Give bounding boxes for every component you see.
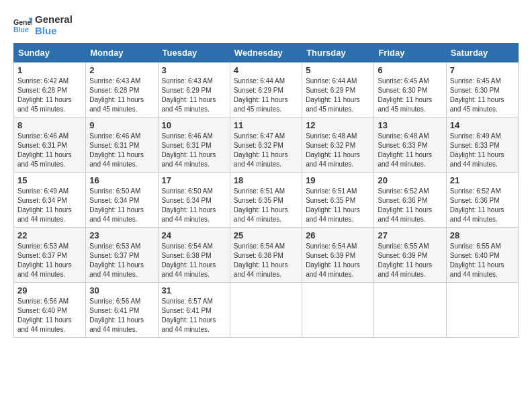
- day-number: 25: [234, 230, 298, 240]
- day-number: 13: [378, 120, 442, 130]
- calendar-cell: 22Sunrise: 6:53 AMSunset: 6:37 PMDayligh…: [14, 228, 86, 283]
- day-info: Sunrise: 6:56 AMSunset: 6:41 PMDaylight:…: [89, 297, 154, 334]
- day-info: Sunrise: 6:51 AMSunset: 6:35 PMDaylight:…: [234, 187, 298, 224]
- day-number: 24: [162, 230, 226, 240]
- day-info: Sunrise: 6:54 AMSunset: 6:38 PMDaylight:…: [234, 242, 298, 279]
- day-number: 31: [162, 285, 226, 295]
- calendar-cell: 5Sunrise: 6:44 AMSunset: 6:29 PMDaylight…: [302, 62, 374, 118]
- calendar-week-row: 15Sunrise: 6:49 AMSunset: 6:34 PMDayligh…: [14, 173, 519, 228]
- calendar-cell: [230, 283, 302, 338]
- logo-icon: General Blue: [13, 15, 32, 34]
- day-info: Sunrise: 6:53 AMSunset: 6:37 PMDaylight:…: [17, 242, 82, 279]
- calendar-cell: 27Sunrise: 6:55 AMSunset: 6:39 PMDayligh…: [374, 228, 446, 283]
- calendar-cell: [446, 283, 518, 338]
- day-number: 1: [17, 65, 82, 75]
- calendar-cell: 17Sunrise: 6:50 AMSunset: 6:34 PMDayligh…: [158, 173, 230, 228]
- day-number: 21: [450, 175, 515, 185]
- day-info: Sunrise: 6:44 AMSunset: 6:29 PMDaylight:…: [306, 77, 370, 114]
- calendar-cell: 13Sunrise: 6:48 AMSunset: 6:33 PMDayligh…: [374, 118, 446, 173]
- calendar-cell: [302, 283, 374, 338]
- day-info: Sunrise: 6:47 AMSunset: 6:32 PMDaylight:…: [234, 132, 298, 169]
- header-wednesday: Wednesday: [230, 44, 302, 62]
- day-info: Sunrise: 6:43 AMSunset: 6:29 PMDaylight:…: [162, 77, 226, 114]
- header-friday: Friday: [374, 44, 446, 62]
- day-info: Sunrise: 6:46 AMSunset: 6:31 PMDaylight:…: [89, 132, 154, 169]
- day-info: Sunrise: 6:43 AMSunset: 6:28 PMDaylight:…: [89, 77, 154, 114]
- day-info: Sunrise: 6:46 AMSunset: 6:31 PMDaylight:…: [17, 132, 82, 169]
- calendar-week-row: 8Sunrise: 6:46 AMSunset: 6:31 PMDaylight…: [14, 118, 519, 173]
- logo-text: General Blue: [35, 13, 73, 36]
- header-sunday: Sunday: [14, 44, 86, 62]
- calendar-cell: 20Sunrise: 6:52 AMSunset: 6:36 PMDayligh…: [374, 173, 446, 228]
- day-info: Sunrise: 6:53 AMSunset: 6:37 PMDaylight:…: [89, 242, 154, 279]
- calendar-week-row: 1Sunrise: 6:42 AMSunset: 6:28 PMDaylight…: [14, 62, 519, 118]
- svg-text:Blue: Blue: [13, 26, 29, 34]
- day-info: Sunrise: 6:55 AMSunset: 6:40 PMDaylight:…: [450, 242, 515, 279]
- calendar-cell: 23Sunrise: 6:53 AMSunset: 6:37 PMDayligh…: [86, 228, 158, 283]
- day-number: 10: [162, 120, 226, 130]
- day-number: 17: [162, 175, 226, 185]
- day-number: 11: [234, 120, 298, 130]
- day-number: 23: [89, 230, 154, 240]
- calendar-cell: 9Sunrise: 6:46 AMSunset: 6:31 PMDaylight…: [86, 118, 158, 173]
- day-number: 18: [234, 175, 298, 185]
- day-info: Sunrise: 6:42 AMSunset: 6:28 PMDaylight:…: [17, 77, 82, 114]
- calendar-cell: 4Sunrise: 6:44 AMSunset: 6:29 PMDaylight…: [230, 62, 302, 118]
- day-number: 22: [17, 230, 82, 240]
- day-number: 29: [17, 285, 82, 295]
- day-number: 27: [378, 230, 442, 240]
- header-tuesday: Tuesday: [158, 44, 230, 62]
- day-number: 20: [378, 175, 442, 185]
- day-number: 2: [89, 65, 154, 75]
- day-number: 19: [306, 175, 370, 185]
- calendar-cell: 29Sunrise: 6:56 AMSunset: 6:40 PMDayligh…: [14, 283, 86, 338]
- day-info: Sunrise: 6:44 AMSunset: 6:29 PMDaylight:…: [234, 77, 298, 114]
- calendar-cell: 31Sunrise: 6:57 AMSunset: 6:41 PMDayligh…: [158, 283, 230, 338]
- day-number: 14: [450, 120, 515, 130]
- calendar-cell: [374, 283, 446, 338]
- day-number: 6: [378, 65, 442, 75]
- day-info: Sunrise: 6:54 AMSunset: 6:39 PMDaylight:…: [306, 242, 370, 279]
- day-info: Sunrise: 6:52 AMSunset: 6:36 PMDaylight:…: [450, 187, 515, 224]
- day-info: Sunrise: 6:49 AMSunset: 6:33 PMDaylight:…: [450, 132, 515, 169]
- days-header-row: Sunday Monday Tuesday Wednesday Thursday…: [14, 44, 519, 62]
- day-number: 26: [306, 230, 370, 240]
- day-number: 3: [162, 65, 226, 75]
- day-info: Sunrise: 6:46 AMSunset: 6:31 PMDaylight:…: [162, 132, 226, 169]
- header-saturday: Saturday: [446, 44, 518, 62]
- calendar-table: Sunday Monday Tuesday Wednesday Thursday…: [13, 43, 519, 338]
- calendar-cell: 30Sunrise: 6:56 AMSunset: 6:41 PMDayligh…: [86, 283, 158, 338]
- calendar-week-row: 29Sunrise: 6:56 AMSunset: 6:40 PMDayligh…: [14, 283, 519, 338]
- day-number: 16: [89, 175, 154, 185]
- day-info: Sunrise: 6:52 AMSunset: 6:36 PMDaylight:…: [378, 187, 442, 224]
- day-number: 30: [89, 285, 154, 295]
- calendar-cell: 10Sunrise: 6:46 AMSunset: 6:31 PMDayligh…: [158, 118, 230, 173]
- day-info: Sunrise: 6:48 AMSunset: 6:32 PMDaylight:…: [306, 132, 370, 169]
- calendar-cell: 26Sunrise: 6:54 AMSunset: 6:39 PMDayligh…: [302, 228, 374, 283]
- calendar-cell: 2Sunrise: 6:43 AMSunset: 6:28 PMDaylight…: [86, 62, 158, 118]
- day-number: 15: [17, 175, 82, 185]
- day-number: 12: [306, 120, 370, 130]
- day-info: Sunrise: 6:45 AMSunset: 6:30 PMDaylight:…: [378, 77, 442, 114]
- calendar-cell: 18Sunrise: 6:51 AMSunset: 6:35 PMDayligh…: [230, 173, 302, 228]
- calendar-body: 1Sunrise: 6:42 AMSunset: 6:28 PMDaylight…: [14, 62, 519, 338]
- calendar-cell: 6Sunrise: 6:45 AMSunset: 6:30 PMDaylight…: [374, 62, 446, 118]
- calendar-cell: 21Sunrise: 6:52 AMSunset: 6:36 PMDayligh…: [446, 173, 518, 228]
- day-info: Sunrise: 6:54 AMSunset: 6:38 PMDaylight:…: [162, 242, 226, 279]
- calendar-cell: 16Sunrise: 6:50 AMSunset: 6:34 PMDayligh…: [86, 173, 158, 228]
- day-info: Sunrise: 6:50 AMSunset: 6:34 PMDaylight:…: [162, 187, 226, 224]
- calendar-cell: 3Sunrise: 6:43 AMSunset: 6:29 PMDaylight…: [158, 62, 230, 118]
- calendar-cell: 25Sunrise: 6:54 AMSunset: 6:38 PMDayligh…: [230, 228, 302, 283]
- calendar-cell: 19Sunrise: 6:51 AMSunset: 6:35 PMDayligh…: [302, 173, 374, 228]
- header-monday: Monday: [86, 44, 158, 62]
- calendar-cell: 14Sunrise: 6:49 AMSunset: 6:33 PMDayligh…: [446, 118, 518, 173]
- calendar-cell: 8Sunrise: 6:46 AMSunset: 6:31 PMDaylight…: [14, 118, 86, 173]
- calendar-cell: 28Sunrise: 6:55 AMSunset: 6:40 PMDayligh…: [446, 228, 518, 283]
- day-info: Sunrise: 6:55 AMSunset: 6:39 PMDaylight:…: [378, 242, 442, 279]
- day-number: 9: [89, 120, 154, 130]
- day-info: Sunrise: 6:45 AMSunset: 6:30 PMDaylight:…: [450, 77, 515, 114]
- calendar-cell: 15Sunrise: 6:49 AMSunset: 6:34 PMDayligh…: [14, 173, 86, 228]
- calendar-week-row: 22Sunrise: 6:53 AMSunset: 6:37 PMDayligh…: [14, 228, 519, 283]
- day-info: Sunrise: 6:51 AMSunset: 6:35 PMDaylight:…: [306, 187, 370, 224]
- day-number: 4: [234, 65, 298, 75]
